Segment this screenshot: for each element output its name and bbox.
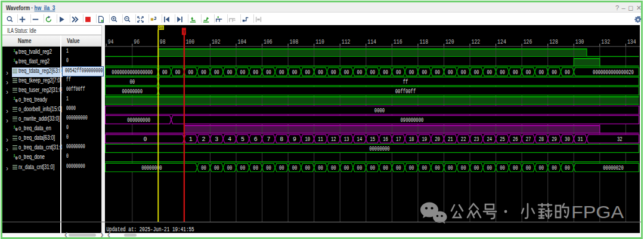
svg-text:ff: ff: [403, 79, 408, 85]
svg-text:96: 96: [134, 38, 140, 45]
svg-text:00: 00: [435, 165, 440, 171]
svg-text:94: 94: [108, 38, 114, 45]
svg-text:00: 00: [526, 165, 531, 171]
svg-text:00: 00: [539, 69, 544, 76]
svg-text:00000000: 00000000: [369, 146, 389, 152]
svg-text:0000: 0000: [374, 108, 385, 114]
svg-text:00: 00: [565, 165, 570, 171]
svg-text:00: 00: [214, 165, 219, 171]
svg-text:FPGA: FPGA: [571, 202, 624, 222]
svg-text:102: 102: [212, 38, 221, 45]
svg-text:106: 106: [264, 38, 273, 45]
svg-text:00: 00: [305, 165, 310, 171]
svg-text:0000000000000020: 0000000000000020: [593, 69, 634, 76]
svg-text:00: 00: [526, 69, 531, 76]
svg-text:00: 00: [448, 69, 453, 76]
svg-text:32: 32: [617, 136, 623, 143]
svg-text:30: 30: [565, 136, 570, 143]
svg-text:28: 28: [539, 136, 544, 143]
svg-text:00: 00: [383, 69, 388, 76]
svg-text:00: 00: [344, 165, 349, 171]
svg-text:00: 00: [487, 69, 492, 76]
svg-text:00: 00: [188, 69, 193, 76]
svg-text:00: 00: [474, 165, 479, 171]
svg-text:8: 8: [280, 136, 283, 143]
svg-text:00: 00: [253, 69, 258, 76]
svg-text:17: 17: [396, 136, 401, 143]
svg-text:27: 27: [526, 136, 531, 143]
svg-text:00: 00: [253, 165, 258, 171]
svg-text:120: 120: [445, 38, 454, 45]
svg-text:110: 110: [315, 38, 324, 45]
svg-text:00: 00: [422, 165, 428, 171]
svg-text:00: 00: [448, 165, 453, 171]
svg-text:00: 00: [396, 165, 401, 171]
svg-text:24: 24: [487, 136, 492, 143]
svg-text:104: 104: [238, 38, 247, 45]
svg-text:1: 1: [189, 136, 193, 143]
svg-text:00: 00: [331, 165, 336, 171]
svg-text:00: 00: [279, 165, 284, 171]
svg-text:31: 31: [578, 136, 583, 143]
svg-text:00: 00: [214, 69, 219, 76]
svg-text:130: 130: [575, 38, 584, 45]
svg-text:19: 19: [422, 136, 428, 143]
svg-text:00: 00: [279, 69, 284, 76]
svg-text:00: 00: [552, 165, 557, 171]
svg-text:4: 4: [228, 136, 231, 143]
svg-text:7: 7: [267, 136, 270, 143]
svg-text:00: 00: [409, 165, 414, 171]
svg-text:98: 98: [159, 26, 164, 30]
svg-text:00: 00: [318, 165, 323, 171]
svg-text:116: 116: [394, 38, 402, 45]
svg-text:11: 11: [318, 136, 323, 143]
svg-text:0: 0: [144, 136, 147, 143]
svg-text:112: 112: [342, 38, 351, 45]
svg-text:00: 00: [409, 69, 414, 76]
svg-text:12: 12: [331, 136, 336, 143]
svg-text:00: 00: [227, 69, 233, 76]
svg-text:0000000000000000: 0000000000000000: [112, 69, 153, 76]
svg-text:00: 00: [513, 165, 518, 171]
svg-text:00: 00: [487, 165, 492, 171]
svg-text:16: 16: [383, 136, 388, 143]
svg-text:00: 00: [344, 69, 349, 76]
svg-text:15: 15: [370, 136, 375, 143]
svg-text:00000000: 00000000: [122, 88, 143, 95]
svg-text:T: T: [182, 29, 185, 35]
svg-text:00: 00: [201, 69, 206, 76]
svg-text:10: 10: [305, 136, 310, 143]
svg-text:090000000: 090000000: [401, 117, 424, 124]
svg-text:00: 00: [370, 69, 375, 76]
svg-text:00: 00: [474, 69, 479, 76]
svg-text:23: 23: [474, 136, 479, 143]
svg-text:00: 00: [383, 165, 388, 171]
svg-text:00: 00: [565, 69, 570, 76]
svg-text:00: 00: [318, 69, 323, 76]
svg-text:20: 20: [435, 136, 440, 143]
svg-text:00: 00: [266, 165, 271, 171]
svg-text:22: 22: [461, 136, 466, 143]
svg-text:00: 00: [240, 165, 246, 171]
svg-text:00: 00: [552, 69, 557, 76]
svg-text:00: 00: [461, 69, 466, 76]
svg-text:118: 118: [419, 38, 428, 45]
svg-text:114: 114: [367, 38, 376, 45]
svg-text:000000000: 000000000: [127, 117, 150, 124]
svg-text:124: 124: [497, 38, 506, 45]
svg-text:00: 00: [435, 69, 440, 76]
svg-text:122: 122: [472, 38, 481, 45]
svg-text:00: 00: [162, 69, 168, 76]
svg-text:00: 00: [370, 165, 375, 171]
svg-text:3: 3: [215, 136, 218, 143]
svg-text:00: 00: [305, 69, 310, 76]
svg-text:00: 00: [240, 69, 246, 76]
svg-text:100: 100: [185, 38, 194, 45]
svg-text:14: 14: [357, 136, 363, 143]
svg-text:00: 00: [357, 69, 363, 76]
svg-text:00: 00: [461, 165, 466, 171]
svg-text:00: 00: [201, 165, 206, 171]
svg-text:98: 98: [160, 38, 166, 45]
svg-text:108: 108: [290, 38, 299, 45]
svg-text:18: 18: [409, 136, 414, 143]
